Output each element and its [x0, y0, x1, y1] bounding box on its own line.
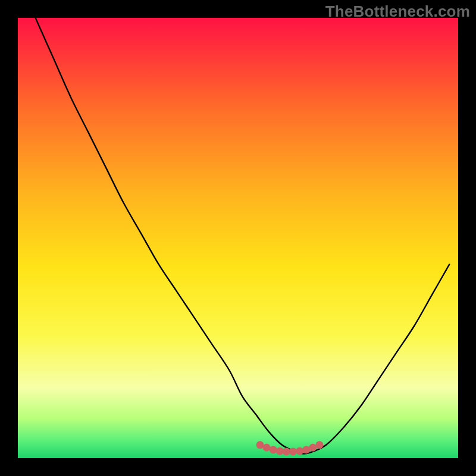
optimal-zone-marker — [315, 441, 323, 449]
optimal-zone-marker — [289, 447, 297, 455]
optimal-zone-marker — [309, 444, 317, 452]
optimal-zone-marker — [276, 447, 284, 455]
optimal-zone-marker — [283, 447, 290, 455]
optimal-zone-marker — [296, 447, 303, 455]
optimal-zone-marker — [256, 441, 264, 449]
gradient-background — [18, 18, 458, 458]
watermark-text: TheBottleneck.com — [325, 2, 470, 21]
chart-svg — [18, 18, 458, 458]
optimal-zone-marker — [302, 446, 310, 453]
optimal-zone-marker — [270, 446, 277, 453]
plot-area — [18, 18, 458, 458]
optimal-zone-marker — [263, 444, 271, 452]
chart-frame: TheBottleneck.com — [0, 0, 476, 476]
